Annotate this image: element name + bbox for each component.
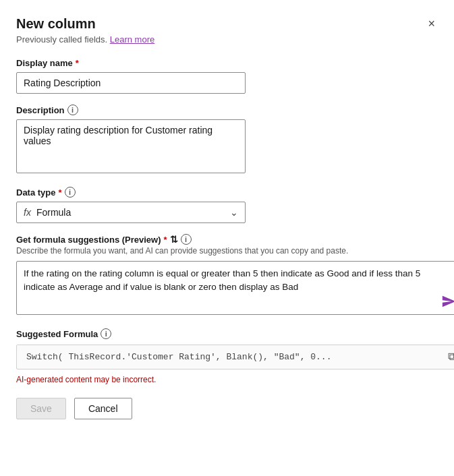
dialog-header: New column × bbox=[16, 16, 438, 32]
formula-code-text: Switch( ThisRecord.'Customer Rating', Bl… bbox=[26, 352, 331, 362]
description-info-icon: i bbox=[67, 105, 78, 115]
new-column-dialog: New column × Previously called fields. L… bbox=[0, 0, 454, 476]
close-button[interactable]: × bbox=[425, 18, 438, 30]
fx-icon: fx bbox=[24, 207, 31, 218]
copy-icon: ⧉ bbox=[448, 351, 454, 362]
formula-suggestions-info-icon: i bbox=[181, 234, 192, 245]
cancel-button[interactable]: Cancel bbox=[74, 398, 132, 419]
display-name-input[interactable] bbox=[16, 72, 246, 94]
send-icon bbox=[441, 294, 454, 309]
save-button: Save bbox=[16, 398, 66, 419]
subtitle: Previously called fields. Learn more bbox=[16, 34, 438, 44]
data-type-value: Formula bbox=[36, 207, 71, 218]
suggested-formula-label: Suggested Formula i bbox=[16, 328, 438, 339]
suggested-formula-section: Suggested Formula i Switch( ThisRecord.'… bbox=[16, 328, 438, 384]
learn-more-link[interactable]: Learn more bbox=[110, 34, 154, 44]
description-label: Description i bbox=[16, 105, 438, 115]
description-input[interactable]: Display rating description for Customer … bbox=[16, 119, 246, 173]
formula-suggestions-input[interactable]: If the rating on the rating column is eq… bbox=[16, 261, 454, 315]
ai-disclaimer: AI-generated content may be incorrect. bbox=[16, 375, 438, 384]
chevron-down-icon: ⌄ bbox=[230, 207, 238, 218]
formula-textarea-container: If the rating on the rating column is eq… bbox=[16, 261, 454, 318]
data-type-label: Data type * i bbox=[16, 187, 438, 198]
display-name-label: Display name * bbox=[16, 58, 438, 68]
data-type-select[interactable]: fx Formula ⌄ bbox=[16, 202, 246, 223]
formula-suggestions-hint: Describe the formula you want, and AI ca… bbox=[16, 246, 438, 256]
data-type-info-icon: i bbox=[65, 187, 76, 198]
data-type-required: * bbox=[59, 187, 62, 198]
suggested-formula-info-icon: i bbox=[101, 328, 111, 339]
subtitle-text: Previously called fields. bbox=[16, 34, 107, 44]
footer-buttons: Save Cancel bbox=[16, 398, 438, 419]
formula-suggestions-label: Get formula suggestions (Preview) * ⇅ i bbox=[16, 234, 438, 245]
refresh-icon: ⇅ bbox=[170, 234, 178, 245]
formula-suggestions-required: * bbox=[164, 235, 167, 245]
copy-formula-button[interactable]: ⧉ bbox=[448, 351, 454, 363]
send-formula-button[interactable] bbox=[438, 291, 454, 315]
display-name-required: * bbox=[76, 58, 79, 68]
dialog-title: New column bbox=[16, 16, 96, 32]
formula-code-box: Switch( ThisRecord.'Customer Rating', Bl… bbox=[16, 345, 454, 369]
